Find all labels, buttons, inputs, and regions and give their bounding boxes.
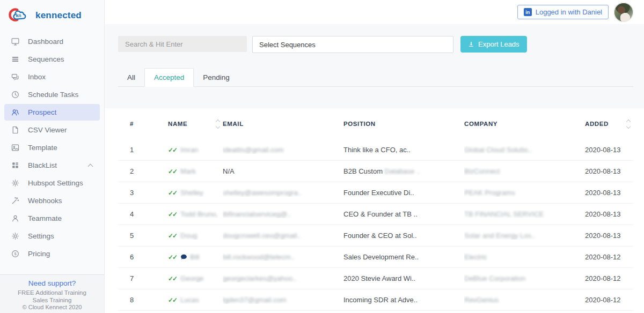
company-cell: Electric [464,253,585,261]
accepted-double-check-icon: ✓✓ [168,168,177,175]
prospect-icon [10,108,20,117]
sidebar-item-settings[interactable]: Settings [4,228,100,244]
table-body: 1✓✓Imranideattis@gmail.comThink like a C… [118,139,633,313]
main-area: in Logged in with Daniel Select Sequence… [105,0,644,313]
row-number: 1 [118,146,168,154]
prospect-position-redacted: Database .. [385,167,421,175]
tabs: AllAcceptedPending [118,68,633,87]
position-cell: Think like a CFO, ac.. [343,146,464,154]
sidebar-item-hubspot-settings[interactable]: Hubspot Settings [4,175,100,191]
sort-asc-icon[interactable] [216,119,220,123]
added-date: 2020-08-13 [585,232,633,240]
sidebar-footer: Need support? FREE Additional Training S… [0,274,104,313]
sidebar-item-label: Pricing [28,250,50,258]
prospect-email: shelley@awesomprogra.. [223,189,302,197]
sidebar-item-teammate[interactable]: Teammate [4,210,100,227]
table-row[interactable]: 3✓✓Shelleyshelley@awesomprogra..Founder … [118,182,633,204]
gear-icon [10,178,20,188]
logged-in-with-button[interactable]: in Logged in with Daniel [517,5,609,19]
table-row[interactable]: 1✓✓Imranideattis@gmail.comThink like a C… [118,139,633,161]
prospect-name: Shelley [180,189,203,197]
table-row[interactable]: 9✓✓Zachzachcoach@gmail.comDriving Explos… [118,311,633,313]
sidebar-item-pricing[interactable]: $Pricing [4,245,100,262]
svg-text:kn: kn [16,13,21,18]
added-date: 2020-08-13 [585,167,633,175]
tab-accepted[interactable]: Accepted [144,68,194,87]
added-date: 2020-08-12 [585,296,633,304]
email-cell: shelley@awesomprogra.. [223,189,343,197]
free-training-link[interactable]: FREE Additional Training [0,289,104,296]
accepted-double-check-icon: ✓✓ [168,211,177,218]
company-cell: RevGenius [464,296,585,304]
sidebar-item-template[interactable]: Template [4,139,100,156]
position-cell: Founder & CEO at Sol.. [343,232,464,240]
prospects-table: #NAME EMAILPOSITIONCOMPANYADDED 1✓✓Imran… [105,108,644,313]
prospect-name: Imran [180,146,198,154]
export-leads-button[interactable]: Export Leads [460,36,527,53]
prospect-position: Sales Development Re.. [343,253,419,261]
name-cell: ✓✓Shelley [168,189,223,197]
sort-desc-icon[interactable] [626,124,631,128]
position-cell: Founder Executive Di.. [343,189,464,197]
position-cell: Incoming SDR at Adve.. [343,296,464,304]
sidebar-item-sequences[interactable]: Sequences [4,51,100,68]
need-support-link[interactable]: Need support? [0,279,104,287]
brand-logo[interactable]: kn kennected [0,0,104,30]
sidebar-item-webhooks[interactable]: Webhooks [4,192,100,209]
sidebar-item-label: Sequences [28,55,64,63]
sort-icons[interactable] [216,120,219,128]
column-header-email: EMAIL [223,121,343,127]
name-cell: ✓✓Todd Bruno, [168,210,223,218]
table-row[interactable]: 2✓✓MarkN/AB2B Custom Database ..BizConne… [118,161,633,182]
table-row[interactable]: 4✓✓Todd Bruno,tbfinancialserviceg@..CEO … [118,204,633,225]
row-number: 5 [118,232,168,240]
prospect-company: Global Cloud Solutio.. [464,146,532,154]
table-row[interactable]: 8✓✓Lucaslgden37@gmail.comIncoming SDR at… [118,289,633,311]
sidebar-item-csv-viewer[interactable]: CSV Viewer [4,122,100,138]
sidebar-nav: DashboardSequencesInboxSchedule TasksPro… [0,33,104,262]
sidebar-item-inbox[interactable]: Inbox [4,69,100,85]
search-input[interactable] [118,36,247,52]
sort-desc-icon[interactable] [216,124,220,128]
sidebar-item-dashboard[interactable]: Dashboard [4,33,100,50]
sequence-select[interactable]: Select Sequences [252,36,453,53]
prospect-position: Incoming SDR at Adve.. [343,296,418,304]
sidebar-item-label: Prospect [28,108,56,116]
name-cell: ✓✓George [168,274,223,282]
clock-icon [10,90,20,100]
table-row[interactable]: 6✓✓Billbill.rockwood@telecm..Sales Devel… [118,247,633,268]
prospect-company: RevGenius [464,296,499,304]
column-header-added[interactable]: ADDED [585,120,633,128]
prospect-email: lgden37@gmail.com [223,296,287,304]
accepted-double-check-icon: ✓✓ [168,254,177,261]
kennected-cloud-logo-icon: kn [9,6,32,25]
sidebar: kn kennected DashboardSequencesInboxSche… [0,0,105,313]
company-cell: BizConnect [464,167,585,175]
sort-asc-icon[interactable] [626,119,631,123]
table-row[interactable]: 5✓✓Dougdougcrowell.ceo@gmail..Founder & … [118,225,633,247]
sales-training-link[interactable]: Sales Training [0,296,104,304]
chevron-up-icon[interactable] [88,163,93,169]
name-cell: ✓✓Mark [168,167,223,175]
sort-icons[interactable] [627,120,630,128]
position-cell: Sales Development Re.. [343,253,464,261]
sidebar-item-schedule-tasks[interactable]: Schedule Tasks [4,86,100,103]
added-date: 2020-08-12 [585,253,633,261]
position-cell: B2B Custom Database .. [343,167,464,175]
column-header-position: POSITION [343,121,464,127]
email-cell: lgden37@gmail.com [223,296,343,304]
tab-all[interactable]: All [118,69,144,86]
table-row[interactable]: 7✓✓Georgegeorgeclarkes@yahoo..2020 Stevi… [118,268,633,289]
prospect-position: B2B Custom [343,167,385,175]
prospect-name: Mark [180,167,196,175]
prospect-position: CEO & Founder at TB .. [343,210,418,218]
user-avatar[interactable] [614,3,633,22]
dollar-icon: $ [10,249,20,259]
sidebar-item-prospect[interactable]: Prospect [4,104,100,121]
column-header-name[interactable]: NAME [168,120,223,128]
prospect-company: Electric [464,253,487,261]
added-date: 2020-08-13 [585,189,633,197]
company-cell: PEAK Programs [464,189,585,197]
sidebar-item-blacklist[interactable]: BlackList [4,157,100,174]
tab-pending[interactable]: Pending [194,69,239,86]
